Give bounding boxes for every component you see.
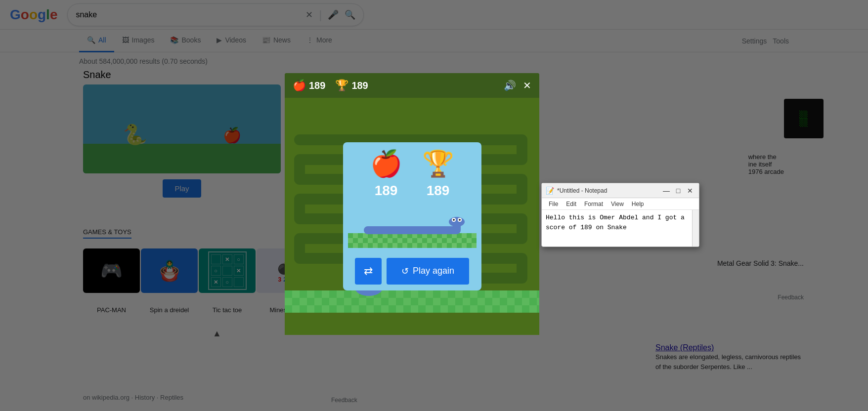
go-trophy-col: 🏆 189 <box>422 149 454 199</box>
notepad-help-menu[interactable]: Help <box>628 201 648 207</box>
go-apple-icon: 🍎 <box>370 149 402 179</box>
snake-popup-header: 🍎 189 🏆 189 🔊 ✕ <box>285 73 539 98</box>
notepad-file-menu[interactable]: File <box>545 201 562 207</box>
mini-snake-svg <box>358 215 467 235</box>
svg-rect-5 <box>285 290 539 313</box>
game-over-scores: 🍎 189 🏆 189 <box>370 149 454 199</box>
close-popup-button[interactable]: ✕ <box>523 80 531 91</box>
shuffle-button[interactable]: ⇄ <box>355 258 382 285</box>
svg-point-11 <box>449 217 465 227</box>
notepad-titlebar: 📝 *Untitled - Notepad — □ ✕ <box>542 183 699 198</box>
shuffle-icon: ⇄ <box>364 265 373 278</box>
notepad-edit-menu[interactable]: Edit <box>562 201 580 207</box>
snake-canvas-area: 🍎 189 🏆 189 <box>285 98 539 335</box>
notepad-minimize-button[interactable]: — <box>661 186 671 196</box>
notepad-maximize-button[interactable]: □ <box>673 186 683 196</box>
notepad-scrollbar[interactable] <box>692 210 699 247</box>
snake-game-popup: 🍎 189 🏆 189 🔊 ✕ <box>285 73 539 335</box>
notepad-format-menu[interactable]: Format <box>580 201 607 207</box>
notepad-ctrl-btns: — □ ✕ <box>661 186 695 196</box>
notepad-title: *Untitled - Notepad <box>557 187 661 194</box>
notepad-view-menu[interactable]: View <box>607 201 628 207</box>
sound-button[interactable]: 🔊 <box>504 80 516 91</box>
svg-point-15 <box>459 219 461 221</box>
go-score-value: 189 <box>375 183 398 199</box>
high-score-value: 189 <box>351 80 368 91</box>
current-score-value: 189 <box>309 80 325 91</box>
popup-controls: 🔊 ✕ <box>504 80 531 91</box>
play-again-button[interactable]: ↺ Play again <box>387 258 469 285</box>
play-again-label: Play again <box>413 266 454 276</box>
trophy-score-icon: 🏆 <box>335 79 348 92</box>
game-over-buttons: ⇄ ↺ Play again <box>355 258 469 285</box>
high-score-item: 🏆 189 <box>335 79 368 92</box>
google-page: Google ✕ | 🎤 🔍 🔍 All 🖼 Images 📚 Books ▶ <box>0 0 868 411</box>
go-snake-area <box>348 208 477 248</box>
apple-score-icon: 🍎 <box>293 79 306 92</box>
go-high-score-value: 189 <box>427 183 450 199</box>
notepad-close-button[interactable]: ✕ <box>685 186 695 196</box>
notepad-window: 📝 *Untitled - Notepad — □ ✕ File Edit Fo… <box>541 183 699 247</box>
notepad-content[interactable]: Hello this is Omer Abdel and I got a sco… <box>542 210 699 235</box>
svg-point-14 <box>453 219 455 221</box>
notepad-menu: File Edit Format View Help <box>542 198 699 210</box>
current-score-item: 🍎 189 <box>293 79 325 92</box>
go-apple-col: 🍎 189 <box>370 149 402 199</box>
notepad-icon: 📝 <box>546 187 554 195</box>
go-trophy-icon: 🏆 <box>422 149 454 179</box>
replay-icon: ↺ <box>401 266 409 277</box>
game-over-overlay: 🍎 189 🏆 189 <box>343 142 481 290</box>
notepad-text: Hello this is Omer Abdel and I got a sco… <box>546 214 685 231</box>
